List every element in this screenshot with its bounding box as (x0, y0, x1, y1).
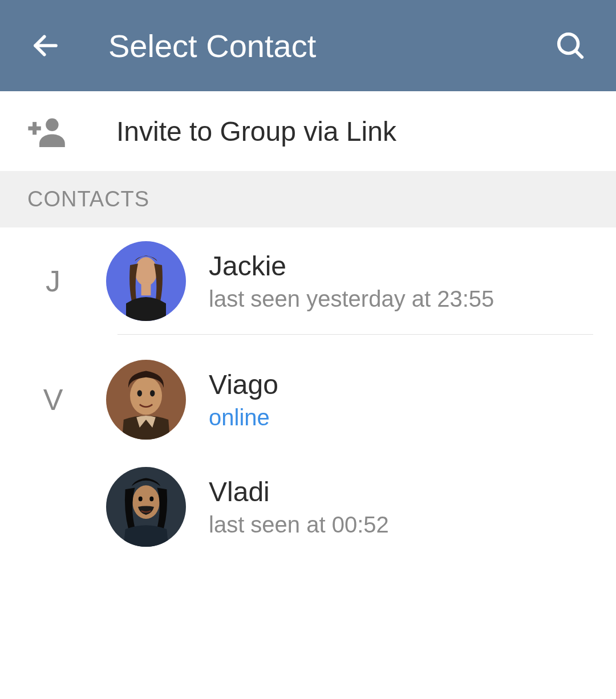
page-title: Select Contact (108, 27, 548, 64)
invite-label: Invite to Group via Link (116, 116, 396, 147)
svg-point-3 (46, 119, 58, 131)
letter-index: V (0, 383, 106, 417)
avatar (106, 241, 186, 321)
avatar (106, 467, 186, 547)
header: Select Contact (0, 0, 616, 91)
invite-via-link-row[interactable]: Invite to Group via Link (0, 91, 616, 171)
svg-point-11 (137, 390, 142, 396)
svg-point-7 (135, 257, 157, 286)
search-icon (555, 30, 586, 61)
svg-rect-5 (33, 122, 37, 135)
contacts-section-header: CONTACTS (0, 171, 616, 227)
contact-info: Vladi last seen at 00:52 (209, 476, 616, 538)
contacts-list: J Jackie last seen yesterday at 23:55 (0, 227, 616, 560)
arrow-left-icon (30, 30, 61, 61)
search-button[interactable] (548, 23, 593, 68)
contact-group: J Jackie last seen yesterday at 23:55 (0, 227, 616, 335)
svg-point-10 (130, 376, 162, 414)
person-add-icon (27, 115, 84, 147)
contact-name: Vladi (209, 476, 616, 507)
avatar (106, 360, 186, 440)
contact-status: last seen at 00:52 (209, 512, 616, 538)
svg-rect-8 (141, 283, 151, 295)
contact-info: Viago online (209, 369, 616, 430)
svg-point-16 (149, 497, 153, 501)
contact-row[interactable]: Vladi last seen at 00:52 (0, 453, 616, 560)
divider (117, 334, 593, 335)
contact-row[interactable]: J Jackie last seen yesterday at 23:55 (0, 227, 616, 335)
contact-group: V Viago online (0, 346, 616, 560)
contact-status: online (209, 405, 616, 430)
letter-index: J (0, 264, 106, 298)
contact-name: Jackie (209, 250, 616, 282)
contact-row[interactable]: V Viago online (0, 346, 616, 453)
back-button[interactable] (23, 23, 68, 68)
contact-info: Jackie last seen yesterday at 23:55 (209, 250, 616, 312)
contact-status: last seen yesterday at 23:55 (209, 286, 616, 312)
svg-line-2 (576, 51, 582, 57)
svg-point-15 (139, 497, 143, 501)
contact-name: Viago (209, 369, 616, 400)
svg-point-12 (150, 390, 155, 396)
